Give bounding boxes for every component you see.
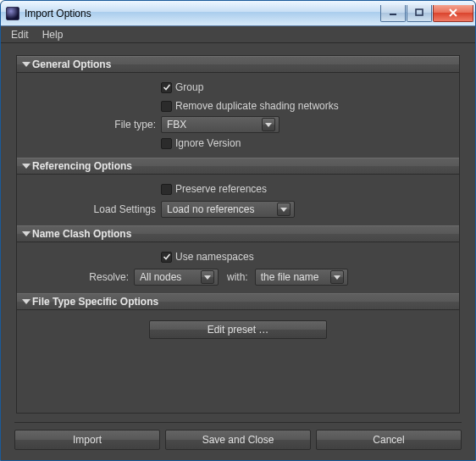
section-body-referencing: Preserve references Load Settings Load n… <box>17 175 459 225</box>
section-title: Name Clash Options <box>32 228 131 240</box>
cancel-button[interactable]: Cancel <box>316 430 462 450</box>
file-type-select[interactable]: FBX <box>161 116 280 133</box>
chevron-down-icon <box>330 270 344 284</box>
chevron-down-icon <box>277 203 291 216</box>
chevron-down-icon <box>22 62 30 67</box>
app-icon <box>6 7 19 20</box>
group-label: Group <box>175 81 203 93</box>
menubar: Edit Help <box>1 26 475 43</box>
save-and-close-button[interactable]: Save and Close <box>165 430 311 450</box>
import-label: Import <box>73 434 102 446</box>
section-general-options[interactable]: General Options <box>17 56 459 73</box>
section-name-clash-options[interactable]: Name Clash Options <box>17 225 459 242</box>
window-buttons <box>379 5 473 22</box>
chevron-down-icon <box>22 299 30 304</box>
resolve-select[interactable]: All nodes <box>134 269 219 286</box>
section-title: General Options <box>32 58 111 70</box>
remove-duplicate-label: Remove duplicate shading networks <box>175 100 339 112</box>
file-type-value: FBX <box>167 119 258 131</box>
remove-duplicate-checkbox[interactable] <box>161 101 172 112</box>
load-settings-select[interactable]: Load no references <box>161 201 295 218</box>
file-type-label: File type: <box>34 119 161 131</box>
window-title: Import Options <box>25 8 379 19</box>
load-settings-value: Load no references <box>167 203 274 215</box>
use-namespaces-checkbox[interactable] <box>161 252 172 263</box>
section-body-name-clash: Use namespaces Resolve: All nodes with: … <box>17 242 459 293</box>
section-title: File Type Specific Options <box>32 296 158 308</box>
load-settings-label: Load Settings <box>34 203 161 215</box>
section-body-file-type: Edit preset … <box>17 310 459 349</box>
save-and-close-label: Save and Close <box>202 434 274 446</box>
chevron-down-icon <box>201 270 214 284</box>
menu-help[interactable]: Help <box>36 26 70 43</box>
use-namespaces-label: Use namespaces <box>175 251 254 263</box>
chevron-down-icon <box>22 164 30 169</box>
dialog-footer: Import Save and Close Cancel <box>1 423 475 460</box>
edit-preset-button[interactable]: Edit preset … <box>149 320 327 339</box>
close-button[interactable] <box>433 5 473 22</box>
with-value: the file name <box>261 271 327 283</box>
import-button[interactable]: Import <box>14 430 160 450</box>
chevron-down-icon <box>22 231 30 236</box>
section-referencing-options[interactable]: Referencing Options <box>17 158 459 175</box>
chevron-down-icon <box>262 118 275 131</box>
group-checkbox[interactable] <box>161 82 172 93</box>
maximize-button[interactable] <box>407 5 432 22</box>
with-select[interactable]: the file name <box>255 269 348 286</box>
ignore-version-label: Ignore Version <box>175 137 241 149</box>
resolve-value: All nodes <box>140 271 197 283</box>
preserve-references-label: Preserve references <box>175 183 267 195</box>
edit-preset-label: Edit preset … <box>208 324 269 336</box>
minimize-button[interactable] <box>380 5 406 22</box>
options-panel: General Options Group <box>16 55 460 414</box>
cancel-label: Cancel <box>373 434 404 446</box>
menu-edit[interactable]: Edit <box>4 26 36 43</box>
section-title: Referencing Options <box>32 160 132 172</box>
preserve-references-checkbox[interactable] <box>161 184 172 195</box>
titlebar: Import Options <box>1 1 475 26</box>
section-file-type-specific[interactable]: File Type Specific Options <box>17 293 459 310</box>
svg-rect-1 <box>416 9 423 15</box>
section-body-general: Group Remove duplicate shading networks … <box>17 73 459 158</box>
content: General Options Group <box>1 43 475 422</box>
svg-rect-0 <box>390 14 396 15</box>
ignore-version-checkbox[interactable] <box>161 138 172 149</box>
with-label: with: <box>222 271 252 283</box>
resolve-label: Resolve: <box>34 271 134 283</box>
import-options-window: Import Options Edit Help General Options <box>0 0 476 461</box>
